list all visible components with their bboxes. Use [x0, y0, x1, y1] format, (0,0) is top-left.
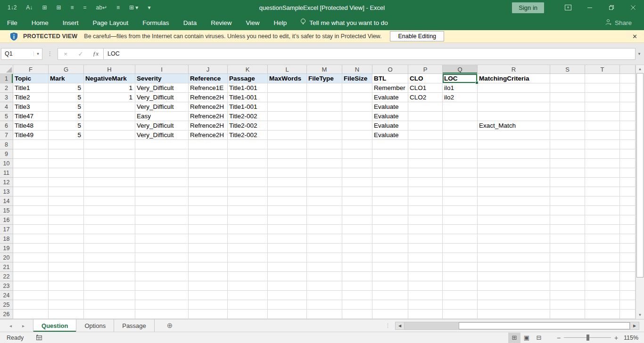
cell-R24[interactable] [478, 291, 550, 300]
cell-G12[interactable] [49, 178, 84, 187]
cell-G10[interactable] [49, 159, 84, 168]
cell-O1[interactable]: BTL [372, 74, 408, 83]
cell-F6[interactable]: Title48 [13, 121, 49, 131]
cell-S17[interactable] [550, 225, 585, 234]
next-sheet-icon[interactable]: ▸ [22, 323, 25, 328]
cell-R2[interactable] [478, 83, 550, 93]
cell-K7[interactable]: Title2-002 [228, 131, 268, 140]
cell-T8[interactable] [585, 140, 620, 149]
cell-S14[interactable] [550, 196, 585, 206]
cell-H23[interactable] [84, 281, 135, 291]
cell-H18[interactable] [84, 234, 135, 244]
cell-M22[interactable] [307, 272, 342, 281]
cell-filler-6[interactable] [620, 121, 636, 131]
cell-J3[interactable]: Refrence2H [189, 93, 228, 102]
row-header-15[interactable]: 15 [0, 206, 13, 215]
formula-bar-splitter-icon[interactable]: ⋮ [42, 50, 58, 57]
cell-N13[interactable] [342, 187, 372, 196]
cell-R7[interactable] [478, 131, 550, 140]
cell-R22[interactable] [478, 272, 550, 281]
cell-O22[interactable] [372, 272, 408, 281]
cell-F14[interactable] [13, 196, 49, 206]
cell-J7[interactable]: Refrence2H [189, 131, 228, 140]
cell-I4[interactable]: Very_Difficult [135, 102, 189, 112]
cell-J16[interactable] [189, 215, 228, 225]
cell-P16[interactable] [408, 215, 443, 225]
cell-O21[interactable] [372, 262, 408, 272]
row-header-3[interactable]: 3 [0, 93, 13, 102]
cell-Q15[interactable] [443, 206, 478, 215]
cell-P24[interactable] [408, 291, 443, 300]
cell-F13[interactable] [13, 187, 49, 196]
cell-O6[interactable]: Evaluate [372, 121, 408, 131]
cell-K26[interactable] [228, 310, 268, 319]
cell-R8[interactable] [478, 140, 550, 149]
cell-S1[interactable] [550, 74, 585, 83]
cell-I24[interactable] [135, 291, 189, 300]
cell-F26[interactable] [13, 310, 49, 319]
vertical-scroll-thumb[interactable] [636, 73, 644, 278]
cell-M13[interactable] [307, 187, 342, 196]
cell-G5[interactable]: 5 [49, 112, 84, 121]
row-header-14[interactable]: 14 [0, 196, 13, 206]
cell-F25[interactable] [13, 300, 49, 310]
prev-sheet-icon[interactable]: ◂ [9, 323, 12, 328]
cell-K4[interactable]: Title1-001 [228, 102, 268, 112]
cell-J17[interactable] [189, 225, 228, 234]
cell-P19[interactable] [408, 244, 443, 253]
cell-G17[interactable] [49, 225, 84, 234]
cell-Q19[interactable] [443, 244, 478, 253]
cell-Q21[interactable] [443, 262, 478, 272]
cell-T7[interactable] [585, 131, 620, 140]
cell-N2[interactable] [342, 83, 372, 93]
cell-S11[interactable] [550, 168, 585, 178]
cell-G11[interactable] [49, 168, 84, 178]
cell-I1[interactable]: Severity [135, 74, 189, 83]
banner-close-icon[interactable]: ✕ [632, 33, 637, 40]
cell-L15[interactable] [268, 206, 307, 215]
cell-J8[interactable] [189, 140, 228, 149]
cell-Q6[interactable] [443, 121, 478, 131]
cell-R25[interactable] [478, 300, 550, 310]
close-button[interactable] [622, 0, 644, 15]
cell-O11[interactable] [372, 168, 408, 178]
row-header-13[interactable]: 13 [0, 187, 13, 196]
cell-N23[interactable] [342, 281, 372, 291]
cell-F21[interactable] [13, 262, 49, 272]
cell-I10[interactable] [135, 159, 189, 168]
cell-L6[interactable] [268, 121, 307, 131]
cell-L21[interactable] [268, 262, 307, 272]
column-header-G[interactable]: G [49, 65, 84, 74]
zoom-in-icon[interactable]: + [611, 334, 621, 342]
cell-Q12[interactable] [443, 178, 478, 187]
cell-K1[interactable]: Passage [228, 74, 268, 83]
cell-J19[interactable] [189, 244, 228, 253]
cell-J22[interactable] [189, 272, 228, 281]
row-header-26[interactable]: 26 [0, 310, 13, 319]
table-borders-icon[interactable]: ⊞ [42, 5, 47, 10]
cell-M17[interactable] [307, 225, 342, 234]
cell-M7[interactable] [307, 131, 342, 140]
cell-P22[interactable] [408, 272, 443, 281]
cell-N1[interactable]: FileSize [342, 74, 372, 83]
scroll-right-icon[interactable]: ▶ [630, 322, 639, 330]
cell-G6[interactable]: 5 [49, 121, 84, 131]
cell-filler-15[interactable] [620, 206, 636, 215]
cell-G8[interactable] [49, 140, 84, 149]
cell-N16[interactable] [342, 215, 372, 225]
cell-J1[interactable]: Reference [189, 74, 228, 83]
cell-T23[interactable] [585, 281, 620, 291]
cell-K3[interactable]: Title1-001 [228, 93, 268, 102]
cell-filler-16[interactable] [620, 215, 636, 225]
cell-J10[interactable] [189, 159, 228, 168]
cell-G3[interactable]: 5 [49, 93, 84, 102]
cell-R14[interactable] [478, 196, 550, 206]
cell-T25[interactable] [585, 300, 620, 310]
cell-P12[interactable] [408, 178, 443, 187]
align-center-icon[interactable]: ≡ [71, 5, 74, 10]
cell-T12[interactable] [585, 178, 620, 187]
tab-home[interactable]: Home [25, 16, 56, 30]
cell-M1[interactable]: FileType [307, 74, 342, 83]
cell-T16[interactable] [585, 215, 620, 225]
cell-G21[interactable] [49, 262, 84, 272]
